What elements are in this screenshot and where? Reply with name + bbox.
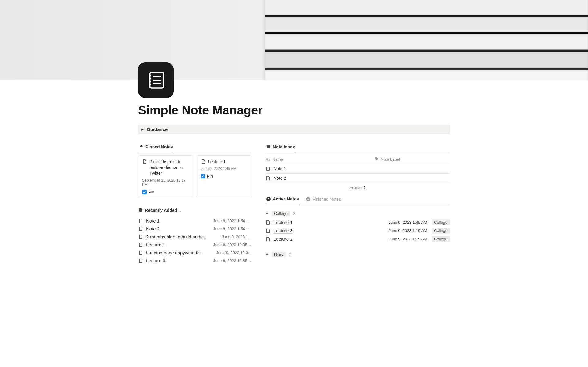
list-item[interactable]: Lecture 2 June 9, 2023 1:19 AM College bbox=[266, 235, 450, 243]
item-title: Lecture 3 bbox=[273, 228, 293, 233]
group-toggle-diary[interactable]: ▼ Diary 0 bbox=[266, 249, 450, 259]
svg-point-6 bbox=[149, 81, 151, 82]
pinned-card[interactable]: 2-months plan to build audience on Twitt… bbox=[138, 155, 193, 198]
page-icon bbox=[142, 159, 148, 164]
inbox-table-header: Aa Name Note Label bbox=[266, 155, 450, 164]
text-icon: Aa bbox=[266, 157, 270, 162]
check-circle-icon bbox=[306, 197, 311, 202]
item-date: June 9, 2023 1... bbox=[222, 234, 251, 239]
list-item[interactable]: 2-months plan to build audie... June 9, … bbox=[138, 233, 251, 241]
page-icon bbox=[266, 175, 271, 181]
item-date: June 9, 2023 12:3... bbox=[216, 250, 251, 255]
item-date: June 9, 2023 1:54 AM bbox=[213, 227, 251, 231]
page-title: Simple Note Manager bbox=[138, 103, 450, 117]
svg-point-5 bbox=[149, 78, 151, 79]
exclamation-circle-icon bbox=[266, 197, 271, 201]
pin-icon bbox=[139, 144, 144, 149]
item-title: Note 1 bbox=[146, 218, 160, 223]
item-title: Lecture 3 bbox=[146, 258, 165, 263]
svg-point-7 bbox=[149, 84, 151, 85]
list-item[interactable]: Landing page copywrite te... June 9, 202… bbox=[138, 249, 251, 257]
check-icon bbox=[201, 174, 205, 178]
item-tag: College bbox=[432, 228, 450, 234]
check-icon bbox=[143, 190, 146, 194]
page-icon bbox=[266, 220, 271, 225]
row-title: Note 2 bbox=[273, 176, 286, 181]
item-title: Lecture 1 bbox=[273, 220, 293, 225]
item-title: Lecture 2 bbox=[273, 236, 293, 242]
item-date: June 9, 2023 1:19 AM bbox=[388, 228, 427, 233]
item-date: June 9, 2023 1:54 AM bbox=[213, 219, 251, 223]
svg-rect-10 bbox=[268, 200, 269, 200]
group-toggle-college[interactable]: ▼ College 3 bbox=[266, 208, 450, 218]
list-item[interactable]: Note 2 June 9, 2023 1:54 AM bbox=[138, 225, 251, 233]
recently-added-label: Recently Added bbox=[145, 208, 177, 213]
tab-active-notes[interactable]: Active Notes bbox=[266, 195, 300, 204]
triangle-right-icon: ▶ bbox=[141, 128, 144, 131]
burst-icon bbox=[138, 208, 143, 213]
cover-image bbox=[0, 0, 588, 80]
pin-checkbox[interactable] bbox=[142, 190, 147, 194]
tab-finished-label: Finished Notes bbox=[312, 197, 341, 202]
item-tag: College bbox=[432, 236, 450, 242]
inbox-icon bbox=[266, 144, 271, 149]
page-icon bbox=[138, 218, 144, 224]
page-icon bbox=[266, 166, 271, 171]
page-icon bbox=[138, 226, 144, 232]
page-icon[interactable] bbox=[138, 62, 174, 98]
table-row[interactable]: Note 2 bbox=[266, 174, 450, 183]
card-date: June 9, 2023 1:45 AM bbox=[201, 167, 247, 171]
list-item[interactable]: Lecture 1 June 9, 2023 12:35 ... bbox=[138, 241, 251, 249]
page-icon bbox=[138, 250, 144, 256]
tab-note-inbox[interactable]: Note Inbox bbox=[266, 143, 296, 152]
page-icon bbox=[266, 236, 271, 242]
guidance-label: Guidance bbox=[147, 127, 168, 132]
column-label-label: Note Label bbox=[381, 157, 400, 162]
pin-checkbox[interactable] bbox=[201, 174, 205, 178]
item-title: Lecture 1 bbox=[146, 242, 165, 247]
svg-point-4 bbox=[149, 75, 151, 76]
group-name: Diary bbox=[272, 252, 286, 257]
inbox-count: COUNT 2 bbox=[266, 183, 450, 195]
notebook-icon bbox=[145, 70, 166, 91]
tab-inbox-label: Note Inbox bbox=[273, 144, 295, 149]
item-date: June 9, 2023 1:19 AM bbox=[388, 237, 427, 241]
page-icon bbox=[138, 258, 144, 264]
tab-pinned-label: Pinned Notes bbox=[145, 144, 173, 149]
item-date: June 9, 2023 1:45 AM bbox=[388, 220, 427, 225]
recently-added-header[interactable]: Recently Added ⌄ bbox=[138, 208, 251, 213]
card-date: September 21, 2023 10:17 PM bbox=[142, 178, 189, 187]
card-title: 2-months plan to build audience on Twitt… bbox=[149, 159, 189, 176]
list-item[interactable]: Lecture 3 June 9, 2023 12:35 ... bbox=[138, 257, 251, 265]
list-item[interactable]: Note 1 June 9, 2023 1:54 AM bbox=[138, 217, 251, 225]
item-title: Note 2 bbox=[146, 226, 160, 231]
page-icon bbox=[266, 228, 271, 234]
svg-rect-9 bbox=[268, 198, 269, 199]
tab-pinned-notes[interactable]: Pinned Notes bbox=[138, 143, 173, 152]
guidance-toggle[interactable]: ▶ Guidance bbox=[138, 125, 450, 134]
list-item[interactable]: Lecture 1 June 9, 2023 1:45 AM College bbox=[266, 218, 450, 227]
tab-finished-notes[interactable]: Finished Notes bbox=[305, 195, 341, 204]
page-icon bbox=[138, 234, 144, 240]
group-count: 3 bbox=[293, 211, 296, 216]
group-count: 0 bbox=[289, 252, 291, 257]
item-title: 2-months plan to build audie... bbox=[146, 234, 208, 239]
item-tag: College bbox=[432, 219, 450, 225]
chevron-down-icon: ⌄ bbox=[179, 208, 182, 212]
page-icon bbox=[138, 242, 144, 248]
pin-label: Pin bbox=[207, 174, 213, 178]
list-item[interactable]: Lecture 3 June 9, 2023 1:19 AM College bbox=[266, 227, 450, 235]
card-title: Lecture 1 bbox=[208, 159, 226, 165]
pinned-card[interactable]: Lecture 1 June 9, 2023 1:45 AM Pin bbox=[197, 155, 251, 198]
triangle-down-icon: ▼ bbox=[266, 253, 269, 256]
item-title: Landing page copywrite te... bbox=[146, 250, 204, 255]
table-row[interactable]: Note 1 bbox=[266, 164, 450, 174]
pin-label: Pin bbox=[149, 190, 154, 194]
tab-active-label: Active Notes bbox=[273, 197, 299, 201]
triangle-down-icon: ▼ bbox=[266, 212, 269, 215]
group-name: College bbox=[272, 211, 290, 216]
row-title: Note 1 bbox=[273, 166, 286, 171]
column-name-label: Name bbox=[272, 157, 283, 162]
tag-icon bbox=[375, 157, 379, 162]
item-date: June 9, 2023 12:35 ... bbox=[213, 242, 251, 247]
